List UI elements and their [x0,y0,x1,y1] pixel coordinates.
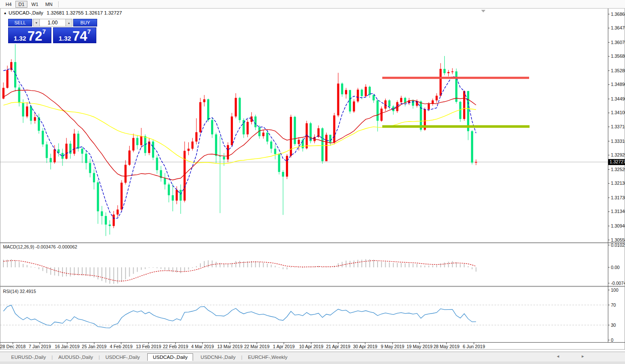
buy-button[interactable]: BUY [73,19,97,27]
lot-size-stepper: ▼ 1.00 ▲ [33,19,72,27]
tab-separator: | [51,355,53,360]
tab-usdchf-daily[interactable]: USDCHF-,Daily [100,353,145,361]
tab-eurchf-weekly[interactable]: EURCHF-,Weekly [243,353,292,361]
svg-text:22 Mar 2019: 22 Mar 2019 [244,344,270,349]
buy-price-box[interactable]: 1.32 74 7 [53,27,96,43]
toolbar-separator [58,1,59,7]
svg-text:1.34490: 1.34490 [611,96,625,101]
chart-ohlc-values: 1.32681 1.32755 1.32617 1.32727 [47,10,122,15]
lot-size-input[interactable]: 1.00 [40,19,65,27]
svg-text:10 Apr 2019: 10 Apr 2019 [299,344,324,349]
tab-eurusd-daily[interactable]: EURUSD-,Daily [6,353,51,361]
svg-text:28 May 2019: 28 May 2019 [434,344,460,349]
tab-usdcad-daily[interactable]: USDCAD-,Daily [147,353,193,361]
svg-text:4 Feb 2019: 4 Feb 2019 [110,344,132,349]
svg-text:1.34100: 1.34100 [611,110,625,115]
buy-price-pips: 74 [72,31,87,41]
svg-text:1 Apr 2019: 1 Apr 2019 [273,344,295,349]
sell-price-point: 7 [42,28,46,35]
candles-layer [3,44,477,236]
svg-text:100: 100 [611,287,619,293]
chart-symbol-label: USDCAD-,Daily [9,10,43,15]
indicator-panels-layer [0,259,608,328]
tab-separator: | [98,355,100,360]
tab-separator [193,355,195,360]
svg-text:1.35280: 1.35280 [611,68,625,73]
svg-text:28 Dec 2018: 28 Dec 2018 [0,344,26,349]
rsi-line [3,305,476,328]
svg-text:16 Jan 2019: 16 Jan 2019 [55,344,80,349]
svg-text:0.00: 0.00 [611,265,620,270]
tab-audusd-daily[interactable]: AUDUSD-,Daily [53,353,98,361]
sell-price-pips: 72 [27,31,42,41]
buy-price-point: 7 [87,28,91,35]
svg-text:21 Apr 2019: 21 Apr 2019 [326,344,351,349]
svg-text:1.36860: 1.36860 [611,12,625,17]
chart-shift-marker-icon[interactable] [481,10,485,12]
svg-text:1.30550: 1.30550 [611,237,625,243]
timeframe-button-d1[interactable]: D1 [15,1,27,8]
tab-separator [146,355,147,360]
sell-price-prefix: 1.32 [14,35,26,41]
svg-text:0: 0 [611,337,613,343]
svg-text:19 May 2019: 19 May 2019 [407,344,433,349]
support-line[interactable] [382,125,530,128]
macd-label: MACD(12,26,9) -0.003476 -0.000062 [3,244,77,249]
svg-text:9 May 2019: 9 May 2019 [381,344,405,349]
chevron-down-icon: ▼ [35,21,38,24]
chart-canvas[interactable]: 1.368601.364701.360701.356801.352801.348… [0,0,625,364]
svg-text:1.35680: 1.35680 [611,53,625,59]
chart-title: ▲USDCAD-,Daily1.32681 1.32755 1.32617 1.… [3,10,122,15]
resistance-line[interactable] [382,77,529,79]
chevron-up-icon: ▲ [68,21,71,24]
app-window: 1.368601.364701.360701.356801.352801.348… [0,0,625,364]
sell-price-box[interactable]: 1.32 72 7 [8,27,51,43]
svg-text:1.36470: 1.36470 [611,25,625,30]
svg-text:1.33310: 1.33310 [611,139,625,144]
svg-text:1.32727: 1.32727 [610,159,625,164]
symbol-tab-bar: EURUSD-,Daily|AUDUSD-,Daily|USDCHF-,Dail… [0,352,625,362]
svg-text:1.31340: 1.31340 [611,209,625,214]
svg-text:4 Mar 2019: 4 Mar 2019 [191,344,214,349]
window-bottom-edge [0,361,625,364]
svg-text:1.32520: 1.32520 [611,167,625,172]
timeframe-button-w1[interactable]: W1 [28,1,42,8]
tab-separator: | [241,355,242,360]
svg-text:1.33710: 1.33710 [611,124,625,129]
svg-text:1.32920: 1.32920 [611,152,625,157]
svg-text:1.36070: 1.36070 [611,40,625,45]
timeframe-toolbar: H4D1W1MN [0,0,625,9]
svg-text:1.31730: 1.31730 [611,195,625,200]
svg-text:25 Jan 2019: 25 Jan 2019 [82,344,107,349]
tab-usdcnh-daily[interactable]: USDCNH-,Daily [195,353,241,361]
svg-text:70: 70 [611,302,616,308]
svg-text:1.32130: 1.32130 [611,181,625,186]
one-click-trading-panel: SELL ▼ 1.00 ▲ BUY 1.32 72 7 1.32 74 7 [8,19,97,43]
svg-text:1.34890: 1.34890 [611,82,625,87]
svg-text:13 Mar 2019: 13 Mar 2019 [217,344,243,349]
svg-text:30: 30 [611,323,616,328]
tab-scroll-left-icon[interactable]: ◄ [556,354,560,358]
rsi-label: RSI(14) 32.4915 [3,289,36,294]
timeframe-button-mn[interactable]: MN [42,1,56,8]
lot-increase-button[interactable]: ▲ [65,19,72,27]
svg-text:-0.007477: -0.007477 [611,281,625,286]
expand-arrow-icon[interactable]: ▲ [3,11,7,15]
svg-text:13 Feb 2019: 13 Feb 2019 [136,344,161,349]
svg-text:0.010229: 0.010229 [611,243,625,248]
svg-text:30 Apr 2019: 30 Apr 2019 [353,344,378,349]
sell-button[interactable]: SELL [8,19,32,27]
buy-price-prefix: 1.32 [59,35,71,41]
lot-decrease-button[interactable]: ▼ [33,19,40,27]
svg-text:22 Feb 2019: 22 Feb 2019 [163,344,188,349]
svg-text:7 Jan 2019: 7 Jan 2019 [29,344,51,349]
svg-text:6 Jun 2019: 6 Jun 2019 [463,344,485,349]
timeframe-button-h4[interactable]: H4 [3,1,15,8]
svg-text:1.30940: 1.30940 [611,223,625,228]
tab-scroll-right-icon[interactable]: ► [581,354,585,358]
